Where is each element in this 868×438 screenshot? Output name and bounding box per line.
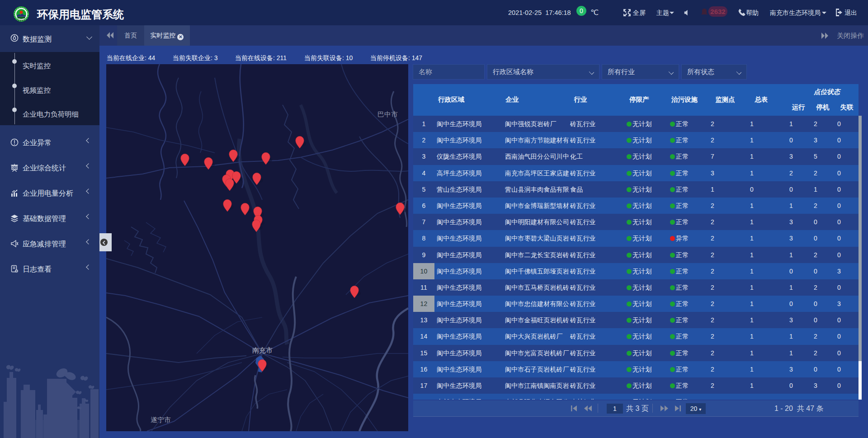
svg-text:南充市: 南充市: [252, 346, 273, 354]
svg-text:环保监察: 环保监察: [17, 19, 25, 21]
svg-text:遂宁市: 遂宁市: [151, 416, 171, 424]
svg-text:巴中市: 巴中市: [377, 110, 398, 118]
